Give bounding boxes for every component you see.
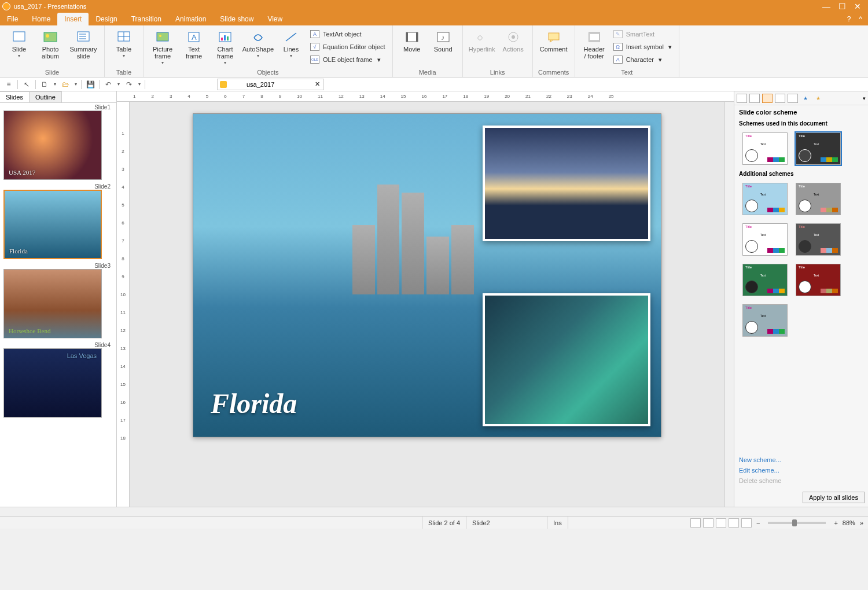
help-icon[interactable]: ?	[847, 15, 851, 23]
additional-schemes-label: Additional schemes	[734, 169, 868, 178]
tab-animation[interactable]: Animation	[168, 13, 213, 25]
group-comments-label: Comments	[533, 68, 575, 77]
open-file-chevron[interactable]: ▾	[73, 79, 79, 90]
scheme-gray[interactable]: TitleText	[796, 183, 841, 215]
textart-button[interactable]: ATextArt object	[310, 29, 385, 39]
view-master-icon[interactable]	[729, 518, 739, 528]
text-frame-button[interactable]: AText frame	[178, 27, 209, 67]
view-sorter-icon[interactable]	[703, 518, 713, 528]
apply-all-button[interactable]: Apply to all slides	[803, 492, 865, 503]
panel-icon-star[interactable]: ★	[800, 94, 811, 103]
scheme-green[interactable]: TitleText	[742, 264, 788, 296]
tab-outline[interactable]: Outline	[30, 91, 62, 102]
hamburger-icon[interactable]: ≡	[2, 79, 15, 90]
inset-photo-bridge[interactable]	[483, 293, 650, 426]
scheme-white[interactable]: TitleText	[742, 223, 788, 256]
tab-design[interactable]: Design	[89, 13, 124, 25]
panel-title: Slide color scheme	[734, 105, 868, 119]
textart-icon: A	[310, 30, 319, 38]
svg-text:♪: ♪	[441, 33, 445, 42]
panel-icon-1[interactable]	[737, 94, 747, 103]
panel-icon-5[interactable]	[788, 94, 798, 103]
horizontal-ruler: 1234567891011121314151617181920212223242…	[117, 91, 734, 102]
lines-button[interactable]: Lines▾	[275, 27, 307, 67]
comment-button[interactable]: Comment	[536, 27, 571, 67]
ole-button[interactable]: OLEOLE object frame ▾	[310, 54, 385, 65]
slide-thumb-1[interactable]: Slide1 USA 2017	[3, 104, 113, 180]
character-button[interactable]: ACharacter ▾	[613, 54, 672, 65]
tab-transition[interactable]: Transition	[124, 13, 168, 25]
zoom-expand-icon[interactable]: »	[860, 519, 863, 526]
group-slide-label: Slide	[0, 68, 104, 77]
photo-album-button[interactable]: Photo album	[35, 27, 66, 67]
slide-thumb-3[interactable]: Slide3 Horseshoe Bend	[3, 263, 113, 338]
slide-thumb-4[interactable]: Slide4 Las Vegas	[3, 342, 113, 418]
view-outline-icon[interactable]	[716, 518, 726, 528]
collapse-ribbon-icon[interactable]: ^	[859, 15, 862, 23]
document-tab[interactable]: usa_2017 ✕	[217, 79, 324, 90]
scheme-bluegray[interactable]: TitleText	[742, 304, 788, 337]
tab-slides[interactable]: Slides	[0, 91, 30, 102]
panel-icon-color-scheme[interactable]	[762, 94, 773, 103]
tab-file[interactable]: File	[0, 13, 25, 25]
sound-button[interactable]: ♪Sound	[428, 27, 459, 67]
scheme-blue[interactable]: TitleText	[742, 183, 788, 215]
doc-close-icon[interactable]: ✕	[315, 80, 320, 88]
open-file-icon[interactable]: 🗁	[59, 79, 72, 90]
minimize-button[interactable]: —	[822, 2, 830, 11]
edit-scheme-link[interactable]: Edit scheme...	[739, 465, 863, 475]
redo-chevron[interactable]: ▾	[137, 79, 142, 90]
chart-frame-button[interactable]: Chart frame▾	[209, 27, 241, 67]
picture-frame-button[interactable]: Picture frame▾	[147, 27, 178, 67]
maximize-button[interactable]: ☐	[838, 2, 846, 11]
scheme-red[interactable]: TitleText	[796, 264, 841, 296]
svg-rect-16	[224, 35, 226, 40]
undo-icon[interactable]: ↶	[102, 79, 115, 90]
panel-icon-2[interactable]	[749, 94, 760, 103]
scheme-dark[interactable]: TitleText	[796, 132, 841, 165]
vertical-scrollbar[interactable]	[724, 102, 734, 507]
new-file-icon[interactable]: 🗋	[38, 79, 51, 90]
zoom-out-icon[interactable]: −	[756, 519, 760, 526]
status-slide-pos: Slide 2 of 4	[422, 517, 466, 529]
smarttext-icon: ✎	[613, 30, 623, 38]
header-footer-button[interactable]: Header / footer	[579, 27, 610, 67]
movie-button[interactable]: Movie	[396, 27, 428, 67]
inset-photo-sunset[interactable]	[483, 126, 650, 241]
redo-icon[interactable]: ↷	[123, 79, 135, 90]
symbol-icon: Ω	[613, 43, 623, 51]
close-button[interactable]: ✕	[854, 2, 861, 11]
panel-icon-star2[interactable]: ★	[813, 94, 823, 103]
view-normal-icon[interactable]	[690, 518, 701, 528]
insert-symbol-button[interactable]: ΩInsert symbol ▾	[613, 42, 672, 52]
new-file-chevron[interactable]: ▾	[52, 79, 58, 90]
zoom-in-icon[interactable]: +	[834, 519, 837, 526]
scheme-light[interactable]: TitleText	[742, 132, 788, 165]
tab-slideshow[interactable]: Slide show	[213, 13, 260, 25]
window-title: usa_2017 - Presentations	[14, 3, 86, 10]
table-button[interactable]: Table▾	[108, 27, 139, 67]
new-scheme-link[interactable]: New scheme...	[739, 455, 863, 465]
tab-view[interactable]: View	[260, 13, 289, 25]
slide-canvas[interactable]: Florida	[193, 113, 661, 437]
equation-button[interactable]: √Equation Editor object	[310, 42, 385, 52]
tab-home[interactable]: Home	[25, 13, 57, 25]
svg-rect-15	[221, 38, 223, 40]
slide-thumb-2[interactable]: Slide2 Florida	[3, 183, 113, 259]
slide-button[interactable]: Slide▾	[3, 27, 35, 67]
undo-chevron[interactable]: ▾	[116, 79, 122, 90]
panel-chevron[interactable]: ▾	[863, 95, 866, 101]
zoom-value[interactable]: 88%	[843, 519, 855, 526]
right-panel: ★ ★ ▾ Slide color scheme Schemes used in…	[734, 91, 868, 507]
panel-icon-4[interactable]	[775, 94, 785, 103]
pointer-icon[interactable]: ↖	[20, 79, 33, 90]
view-show-icon[interactable]	[741, 518, 752, 528]
summary-slide-button[interactable]: Summary slide	[66, 27, 101, 67]
scheme-charcoal[interactable]: TitleText	[796, 223, 841, 256]
autoshape-button[interactable]: AutoShape▾	[241, 27, 275, 67]
slide-title[interactable]: Florida	[211, 388, 297, 419]
zoom-slider[interactable]	[768, 522, 826, 524]
horizontal-scrollbar[interactable]	[0, 507, 868, 516]
save-icon[interactable]: 💾	[84, 79, 97, 90]
tab-insert[interactable]: Insert	[57, 13, 89, 25]
